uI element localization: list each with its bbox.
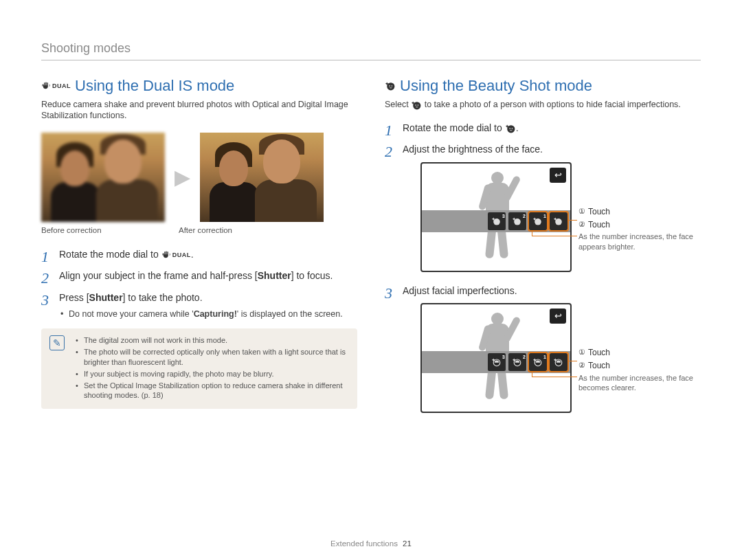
sparkle-face-icon <box>385 80 396 91</box>
retouch-level-3-icon[interactable]: 3 <box>488 353 506 371</box>
retouch-level-1-icon[interactable]: 1 <box>529 353 547 371</box>
brightness-legend-note: As the number increases, the face appear… <box>578 232 695 251</box>
beauty-shot-title-text: Using the Beauty Shot mode <box>400 77 592 95</box>
note-item: If your subject is moving rapidly, the p… <box>76 369 348 379</box>
note-list: The digital zoom will not work in this m… <box>76 335 348 401</box>
dual-label: DUAL <box>52 82 71 89</box>
beauty-step-1: Rotate the mode dial to . <box>385 122 701 135</box>
page-header-title: Shooting modes <box>41 41 701 56</box>
retouch-menu-icon[interactable] <box>550 353 567 371</box>
photo-comparison-row: ▶ <box>41 133 357 222</box>
dual-is-step-2: Align your subject in the frame and half… <box>41 269 357 283</box>
photo-after <box>200 133 324 222</box>
page-header: Shooting modes <box>41 41 701 60</box>
note-item: The photo will be corrected optically on… <box>76 347 348 368</box>
dual-is-step-1: Rotate the mode dial to DUAL . <box>41 248 357 262</box>
brightness-legend: ①Touch ②Touch As the number increases, t… <box>578 162 695 251</box>
brightness-level-1-icon[interactable]: 1 <box>529 212 547 230</box>
dual-is-step-3: Press [Shutter] to take the photo. Do no… <box>41 291 357 320</box>
retouch-legend: ①Touch ②Touch As the number increases, t… <box>578 303 695 392</box>
right-column: Using the Beauty Shot mode Select to tak… <box>385 77 701 425</box>
svg-point-1 <box>389 85 390 87</box>
beauty-shot-steps: Rotate the mode dial to . Adjust the bri… <box>385 122 701 414</box>
back-button-icon[interactable]: ↩ <box>550 168 566 183</box>
content-columns: DUAL Using the Dual IS mode Reduce camer… <box>41 77 701 425</box>
dual-is-steps: Rotate the mode dial to DUAL . Align you… <box>41 248 357 321</box>
beauty-shot-heading: Using the Beauty Shot mode <box>385 77 701 95</box>
brightness-toolbar: 3 2 1 <box>422 210 570 232</box>
svg-point-5 <box>418 104 419 106</box>
dual-is-heading: DUAL Using the Dual IS mode <box>41 77 357 95</box>
dual-is-step-3-sub-1: Do not move your camera while 'Capturing… <box>59 309 357 320</box>
svg-point-4 <box>416 104 417 106</box>
retouch-level-2-icon[interactable]: 2 <box>508 353 526 371</box>
svg-point-12 <box>555 219 562 225</box>
svg-point-8 <box>511 128 513 129</box>
dual-is-step-3-sub: Do not move your camera while 'Capturing… <box>59 309 357 320</box>
svg-point-9 <box>493 219 500 225</box>
retouch-toolbar: 3 2 1 <box>422 351 570 373</box>
beauty-shot-intro: Select to take a photo of a person with … <box>385 99 701 111</box>
note-item: Set the Optical Image Stabilization opti… <box>76 381 348 401</box>
arrow-right-icon: ▶ <box>175 165 190 189</box>
svg-point-2 <box>392 85 393 87</box>
svg-point-7 <box>509 128 510 129</box>
photo-captions: Before correction After correction <box>41 226 357 234</box>
back-button-icon[interactable]: ↩ <box>550 309 566 324</box>
caption-before: Before correction <box>41 226 179 234</box>
footer-section: Extended functions <box>330 539 398 548</box>
note-box: ✎ The digital zoom will not work in this… <box>41 328 357 409</box>
brightness-level-2-icon[interactable]: 2 <box>508 212 526 230</box>
retouch-legend-note: As the number increases, the face become… <box>578 373 695 393</box>
caption-after: After correction <box>179 226 316 234</box>
dual-is-intro: Reduce camera shake and prevent blurred … <box>41 99 357 122</box>
brightness-level-3-icon[interactable]: 3 <box>488 212 506 230</box>
hand-dual-icon: DUAL <box>41 81 71 91</box>
left-column: DUAL Using the Dual IS mode Reduce camer… <box>41 77 357 425</box>
beauty-step-2: Adjust the brightness of the face. ↩ <box>385 143 701 272</box>
svg-point-11 <box>535 219 541 225</box>
retouch-screen-row: ↩ 3 2 <box>420 303 701 413</box>
brightness-menu-icon[interactable] <box>550 212 567 230</box>
svg-point-10 <box>514 219 521 225</box>
beauty-step-3: Adjust facial imperfections. ↩ 3 <box>385 284 701 414</box>
retouch-screen: ↩ 3 2 <box>420 303 572 413</box>
sparkle-face-icon-inline <box>411 100 422 111</box>
photo-before <box>41 133 165 222</box>
note-icon: ✎ <box>49 335 65 350</box>
note-item: The digital zoom will not work in this m… <box>76 335 348 346</box>
page-footer: Extended functions 21 <box>0 539 742 548</box>
dual-is-title-text: Using the Dual IS mode <box>75 77 234 95</box>
brightness-screen: ↩ 3 2 <box>420 162 572 272</box>
hand-dual-icon-inline: DUAL <box>161 250 191 260</box>
footer-page-number: 21 <box>403 539 412 548</box>
sparkle-face-icon-inline-2 <box>505 123 516 134</box>
brightness-screen-row: ↩ 3 2 <box>420 162 701 272</box>
